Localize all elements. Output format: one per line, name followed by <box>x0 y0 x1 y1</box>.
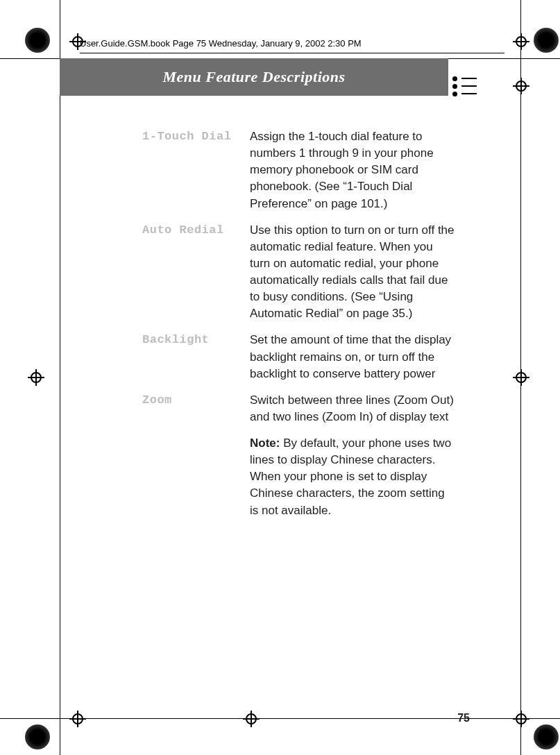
running-head: User.Guide.GSM.book Page 75 Wednesday, J… <box>80 38 504 53</box>
registration-mark-icon <box>513 369 529 386</box>
corner-disc-icon <box>25 724 50 749</box>
section-title: Menu Feature Descriptions <box>162 68 345 86</box>
definition-row: Auto Redial Use this option to turn on o… <box>142 222 455 323</box>
term-label: Backlight <box>142 332 250 382</box>
content-area: 1-Touch Dial Assign the 1-touch dial fea… <box>142 128 455 519</box>
corner-disc-icon <box>534 28 559 53</box>
registration-mark-icon <box>243 711 260 727</box>
registration-mark-icon <box>513 711 529 727</box>
definition-row: Backlight Set the amount of time that th… <box>142 332 455 382</box>
term-label: 1-Touch Dial <box>142 128 250 212</box>
registration-mark-icon <box>28 369 44 386</box>
term-description: Use this option to turn on or turn off t… <box>250 222 455 323</box>
corner-disc-icon <box>534 724 559 749</box>
term-description: Switch between three lines (Zoom Out) an… <box>250 392 455 425</box>
page-number: 75 <box>457 712 470 724</box>
definition-row: Zoom Switch between three lines (Zoom Ou… <box>142 392 455 425</box>
registration-mark-icon <box>69 711 86 727</box>
term-label: Auto Redial <box>142 222 250 323</box>
term-description: Set the amount of time that the display … <box>250 332 455 382</box>
term-description: Assign the 1-touch dial feature to numbe… <box>250 128 455 212</box>
note-block: Note: By default, your phone uses two li… <box>250 435 455 519</box>
crop-line <box>60 0 60 755</box>
section-title-band: Menu Feature Descriptions <box>60 58 448 96</box>
note-text: By default, your phone uses two lines to… <box>250 436 451 517</box>
note-label: Note: <box>250 436 280 450</box>
definition-row: 1-Touch Dial Assign the 1-touch dial fea… <box>142 128 455 212</box>
term-label: Zoom <box>142 392 250 425</box>
page-container: User.Guide.GSM.book Page 75 Wednesday, J… <box>0 0 560 755</box>
registration-mark-icon <box>513 33 529 50</box>
corner-disc-icon <box>25 28 50 53</box>
registration-mark-icon <box>513 78 529 94</box>
menu-list-icon <box>452 75 479 101</box>
